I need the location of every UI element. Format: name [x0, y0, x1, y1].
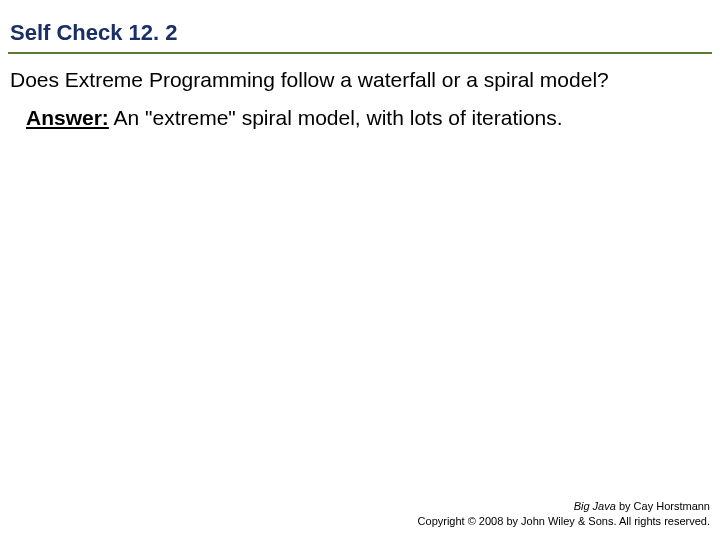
- answer-block: Answer: An "extreme" spiral model, with …: [26, 104, 700, 132]
- byline: by Cay Horstmann: [616, 500, 710, 512]
- footer: Big Java by Cay Horstmann Copyright © 20…: [418, 499, 710, 528]
- answer-label: Answer:: [26, 106, 109, 129]
- slide: Self Check 12. 2 Does Extreme Programmin…: [0, 0, 720, 540]
- question-text: Does Extreme Programming follow a waterf…: [10, 66, 710, 94]
- answer-text: An "extreme" spiral model, with lots of …: [109, 106, 563, 129]
- title-underline: [8, 52, 712, 54]
- slide-title: Self Check 12. 2: [10, 20, 178, 46]
- footer-line-2: Copyright © 2008 by John Wiley & Sons. A…: [418, 514, 710, 528]
- footer-line-1: Big Java by Cay Horstmann: [418, 499, 710, 513]
- book-title: Big Java: [574, 500, 616, 512]
